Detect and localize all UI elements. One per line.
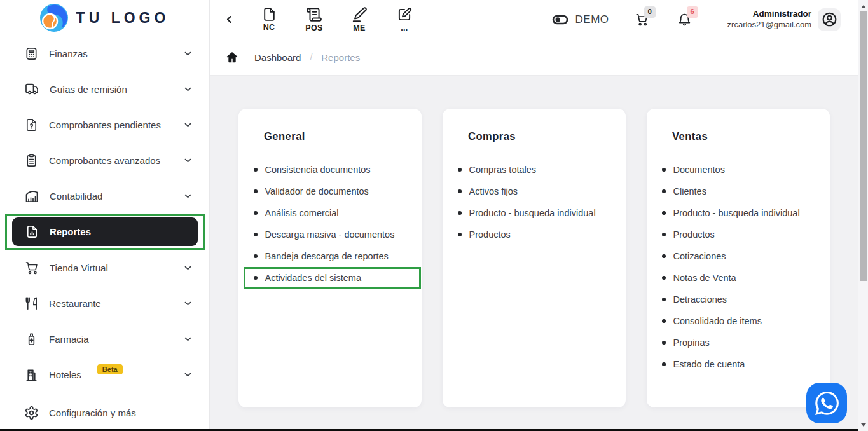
- whatsapp-button[interactable]: [806, 383, 847, 423]
- bullet-icon: [254, 254, 258, 258]
- bullet-icon: [662, 211, 666, 215]
- report-link-label: Propinas: [673, 338, 710, 348]
- bullet-icon: [458, 189, 462, 193]
- compose-icon: [396, 6, 413, 23]
- chevron-down-icon: [183, 299, 193, 308]
- sidebar-item-guias-de-remision[interactable]: Guías de remisión: [0, 71, 209, 107]
- sidebar-item-configuracion[interactable]: Configuración y más: [0, 394, 209, 431]
- sidebar-item-tienda-virtual[interactable]: Tienda Virtual: [0, 250, 209, 285]
- sidebar-item-contabilidad[interactable]: Contabilidad: [0, 178, 209, 214]
- sidebar-item-finanzas[interactable]: Finanzas: [0, 36, 209, 71]
- scrollbar-up-arrow[interactable]: [858, 1, 868, 11]
- sidebar-item-farmacia[interactable]: Farmacia: [0, 321, 209, 357]
- demo-mode-toggle[interactable]: DEMO: [551, 12, 609, 27]
- report-link[interactable]: Detracciones: [662, 289, 830, 310]
- topbar-action-label: NC: [263, 23, 275, 32]
- scrollbar-thumb[interactable]: [860, 11, 867, 281]
- user-email: zrcarlos21@gmail.com: [727, 20, 811, 31]
- breadcrumb: Dashboard / Reportes: [210, 39, 858, 76]
- bullet-icon: [662, 362, 666, 366]
- bullet-icon: [254, 233, 258, 236]
- sidebar-item-reportes[interactable]: Reportes: [12, 217, 198, 246]
- report-link[interactable]: Notas de Venta: [662, 267, 830, 289]
- bullet-icon: [458, 168, 462, 172]
- report-link-label: Producto - busqueda individual: [673, 208, 800, 218]
- sidebar-item-comprobantes-avanzados[interactable]: Comprobantes avanzados: [0, 142, 209, 178]
- utensils-icon: [24, 296, 39, 311]
- sidebar-item-label: Finanzas: [49, 48, 88, 59]
- sidebar-item-restaurante[interactable]: Restaurante: [0, 285, 209, 321]
- report-link[interactable]: Validador de documentos: [254, 181, 422, 202]
- sidebar-item-label: Contabilidad: [50, 191, 102, 202]
- report-link[interactable]: Cotizaciones: [662, 245, 830, 267]
- report-link[interactable]: Productos: [458, 224, 626, 245]
- report-list: Consistencia documentosValidador de docu…: [238, 159, 422, 289]
- report-link[interactable]: Compras totales: [458, 159, 626, 181]
- topbar-action-me[interactable]: ME: [348, 6, 370, 32]
- home-icon[interactable]: [225, 50, 239, 64]
- user-menu[interactable]: Administrador zrcarlos21@gmail.com: [727, 8, 858, 31]
- report-link-label: Activos fijos: [469, 186, 518, 196]
- bullet-icon: [254, 276, 258, 280]
- report-link[interactable]: Descarga masiva - documentos: [254, 224, 422, 245]
- report-link[interactable]: Clientes: [662, 181, 830, 202]
- report-link[interactable]: Producto - busqueda individual: [458, 202, 626, 224]
- breadcrumb-item-dashboard[interactable]: Dashboard: [254, 52, 301, 63]
- report-link[interactable]: Análisis comercial: [254, 202, 422, 224]
- user-info: Administrador zrcarlos21@gmail.com: [727, 8, 811, 30]
- report-link[interactable]: Producto - busqueda individual: [662, 202, 830, 224]
- cart-button[interactable]: 0: [635, 12, 649, 27]
- sidebar-item-label: Farmacia: [49, 334, 89, 345]
- chevron-down-icon: [183, 85, 193, 94]
- chevron-down-icon: [183, 263, 193, 273]
- report-link[interactable]: Propinas: [662, 332, 830, 353]
- report-list: Compras totalesActivos fijosProducto - b…: [443, 159, 626, 245]
- report-link[interactable]: Productos: [662, 224, 830, 245]
- card-title: Ventas: [672, 130, 830, 142]
- report-link-label: Clientes: [673, 186, 706, 196]
- report-link-label: Estado de cuenta: [673, 359, 745, 369]
- sidebar-item-hoteles[interactable]: HotelesBeta: [0, 357, 209, 392]
- sidebar-footer: Configuración y más: [0, 394, 209, 431]
- report-link[interactable]: Estado de cuenta: [662, 353, 830, 375]
- brand-logo-icon: [40, 4, 68, 32]
- report-link-label: Producto - busqueda individual: [469, 208, 596, 218]
- bullet-icon: [662, 298, 666, 301]
- bullet-icon: [458, 233, 462, 236]
- report-card-ventas: VentasDocumentosClientesProducto - busqu…: [647, 109, 830, 407]
- sidebar-collapse-button[interactable]: [221, 10, 237, 29]
- avatar[interactable]: [818, 8, 841, 31]
- cart-badge: 0: [644, 6, 656, 18]
- topbar-action-nc[interactable]: NC: [258, 6, 280, 32]
- report-card-general: GeneralConsistencia documentosValidador …: [238, 109, 422, 407]
- sidebar-item-label: Reportes: [50, 226, 91, 237]
- report-link[interactable]: Documentos: [662, 159, 830, 181]
- app-window: TU LOGO FinanzasGuías de remisiónComprob…: [0, 0, 868, 431]
- beta-badge: Beta: [97, 364, 123, 374]
- notifications-button[interactable]: 6: [677, 12, 692, 27]
- report-link[interactable]: Activos fijos: [458, 181, 626, 202]
- report-link[interactable]: Consolidado de items: [662, 310, 830, 332]
- report-link-label: Análisis comercial: [265, 208, 339, 218]
- bullet-icon: [662, 168, 666, 172]
- topbar-action-label: ME: [353, 24, 365, 32]
- demo-label: DEMO: [575, 13, 609, 26]
- pharmacy-icon: [24, 332, 39, 346]
- brand-logo[interactable]: TU LOGO: [0, 0, 209, 36]
- report-link[interactable]: Actividades del sistema: [254, 267, 422, 289]
- report-link-label: Productos: [469, 229, 511, 240]
- report-link[interactable]: Consistencia documentos: [254, 159, 422, 181]
- chevron-left-icon: [224, 15, 234, 24]
- card-title: Compras: [468, 130, 626, 142]
- scrollbar-down-arrow[interactable]: [858, 420, 868, 430]
- bullet-icon: [662, 254, 666, 258]
- whatsapp-icon: [815, 392, 839, 415]
- sidebar-item-label: Comprobantes avanzados: [49, 155, 160, 166]
- topbar-action-pos[interactable]: POS: [303, 6, 325, 32]
- sidebar-item-comprobantes-pendientes[interactable]: Comprobantes pendientes: [0, 107, 209, 142]
- report-link-label: Descarga masiva - documentos: [265, 229, 395, 240]
- sidebar-item-label: Guías de remisión: [50, 84, 127, 95]
- bullet-icon: [254, 189, 258, 193]
- topbar-action-more[interactable]: ...: [394, 6, 415, 32]
- report-link[interactable]: Bandeja descarga de reportes: [254, 245, 422, 267]
